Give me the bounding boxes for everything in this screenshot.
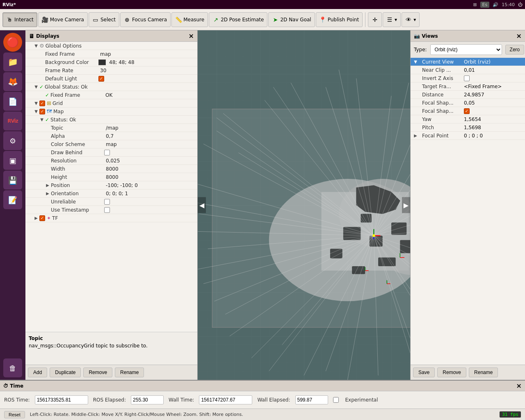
svg-line-24 (374, 118, 410, 236)
taskbar-notes-icon[interactable]: 📝 (3, 190, 22, 209)
grid-checkbox[interactable]: ✓ (39, 100, 45, 106)
grid-row[interactable]: ▼ ✓ ⊞ Grid (25, 99, 197, 107)
taskbar-office-icon[interactable]: 📄 (3, 92, 22, 111)
svg-rect-0 (198, 30, 410, 380)
target-frame-row[interactable]: Target Fra... <Fixed Frame> (411, 82, 525, 91)
yaw-row[interactable]: Yaw 1,5654 (411, 115, 525, 123)
focus-camera-button[interactable]: ⊕ Focus Camera (120, 12, 171, 27)
focal-point-row[interactable]: ▶ Focal Point 0 ; 0 ; 0 (411, 132, 525, 140)
map-label: Map (53, 109, 107, 114)
views-header: 📷 Views × (411, 30, 525, 42)
default-light-row[interactable]: Default Light ✓ (25, 75, 197, 83)
tf-row[interactable]: ▶ ✓ ✦ TF (25, 214, 197, 222)
views-rename-button[interactable]: Rename (469, 368, 498, 377)
publish-point-button[interactable]: 📍 Publish Point (316, 12, 363, 27)
taskbar-files-icon[interactable]: 📁 (3, 52, 22, 71)
views-remove-button[interactable]: Remove (437, 368, 466, 377)
viewport[interactable]: ◀ ▶ (198, 30, 410, 380)
frame-rate-row[interactable]: Frame Rate 30 (25, 66, 197, 75)
width-row[interactable]: Width 8000 (25, 165, 197, 173)
focal-shape-size-row[interactable]: Focal Shap... 0,05 (411, 99, 525, 107)
interact-button[interactable]: 🖱 Interact (2, 12, 37, 27)
svg-line-29 (199, 214, 374, 235)
select-button[interactable]: ▭ Select (89, 12, 119, 27)
grid-label: Grid (52, 100, 106, 106)
svg-line-40 (217, 131, 374, 236)
displays-close-button[interactable]: × (189, 32, 194, 40)
pose-estimate-button[interactable]: ↗ 2D Pose Estimate (209, 12, 267, 27)
taskbar-browser-icon[interactable]: 🦊 (3, 72, 22, 91)
move-camera-button[interactable]: 🎥 Move Camera (38, 12, 88, 27)
fixed-frame-row[interactable]: Fixed Frame map (25, 50, 197, 58)
viewport-right-arrow[interactable]: ▶ (402, 197, 410, 213)
remove-button[interactable]: Remove (83, 368, 112, 377)
unreliable-checkbox[interactable] (104, 199, 110, 205)
map-status-row[interactable]: ▼ ✓ Status: Ok (25, 116, 197, 124)
map-checkbox[interactable]: ✓ (39, 109, 45, 114)
time-panel-title: ⏱ Time (3, 383, 23, 389)
views-current-view-row[interactable]: ▼ Current View Orbit (rviz) (411, 58, 525, 66)
orientation-row[interactable]: ▶ Orientation 0; 0; 0; 1 (25, 189, 197, 198)
experimental-checkbox[interactable] (333, 397, 339, 403)
displays-panel-icon: 🖥 (29, 33, 34, 39)
pitch-row[interactable]: Pitch 1,5698 (411, 123, 525, 132)
view-toggle-button[interactable]: ☰ ▾ (383, 12, 401, 27)
alpha-row[interactable]: Alpha 0,7 (25, 132, 197, 140)
ros-time-input[interactable] (35, 395, 88, 404)
invert-z-checkbox[interactable] (464, 75, 470, 81)
resolution-row[interactable]: Resolution 0,025 (25, 157, 197, 165)
use-timestamp-checkbox[interactable] (104, 207, 110, 213)
topic-row[interactable]: Topic /map (25, 124, 197, 132)
focal-point-value: 0 ; 0 ; 0 (464, 133, 483, 139)
focal-shape-enabled-checkbox[interactable]: ✓ (464, 108, 470, 114)
use-timestamp-row[interactable]: Use Timestamp (25, 206, 197, 214)
background-color-row[interactable]: Background Color 48; 48; 48 (25, 58, 197, 66)
ros-elapsed-input[interactable] (131, 395, 164, 404)
wall-elapsed-input[interactable] (295, 395, 328, 404)
tf-checkbox[interactable]: ✓ (39, 215, 45, 221)
views-panel-icon: 📷 (414, 33, 420, 39)
rename-button[interactable]: Rename (115, 368, 144, 377)
draw-behind-row[interactable]: Draw Behind (25, 148, 197, 157)
nav-goal-button[interactable]: ➤ 2D Nav Goal (268, 12, 315, 27)
map-row[interactable]: ▼ ✓ 🗺 Map (25, 107, 197, 116)
taskbar-terminal-icon[interactable]: ▣ (3, 151, 22, 170)
focal-shape-enabled-row[interactable]: Focal Shap... ✓ (411, 107, 525, 115)
views-save-button[interactable]: Save (413, 368, 435, 377)
distance-row[interactable]: Distance 24,9857 (411, 91, 525, 99)
global-options-row[interactable]: ▼ ⚙ Global Options (25, 42, 197, 50)
invert-z-row[interactable]: Invert Z Axis (411, 74, 525, 82)
yaw-value: 1,5654 (464, 116, 481, 122)
measure-button[interactable]: 📏 Measure (171, 12, 208, 27)
window-controls-layout[interactable]: ⊞ (473, 2, 477, 7)
views-close-button[interactable]: × (516, 32, 522, 40)
crosshair-button[interactable]: ✛ (368, 12, 382, 27)
reset-button[interactable]: Reset (4, 411, 25, 418)
tf-expand: ▶ (34, 216, 39, 220)
taskbar-ubuntu-icon[interactable]: 🔴 (3, 33, 22, 52)
draw-behind-checkbox[interactable] (104, 150, 110, 155)
taskbar-rviz-icon[interactable]: RViz (3, 112, 22, 130)
taskbar-trash-icon[interactable]: 🗑 (3, 358, 22, 377)
ros-time-label: ROS Time: (4, 397, 30, 403)
duplicate-button[interactable]: Duplicate (50, 368, 81, 377)
position-row[interactable]: ▶ Position -100; -100; 0 (25, 181, 197, 189)
views-zero-button[interactable]: Zero (505, 45, 525, 55)
visibility-button[interactable]: 👁 ▾ (402, 12, 420, 27)
color-scheme-row[interactable]: Color Scheme map (25, 140, 197, 148)
taskbar-settings-icon[interactable]: ⚙ (3, 131, 22, 150)
height-row[interactable]: Height 8000 (25, 173, 197, 181)
wall-time-input[interactable] (199, 395, 252, 404)
fixed-frame-status-row[interactable]: ✓ Fixed Frame OK (25, 91, 197, 99)
default-light-checkbox[interactable]: ✓ (98, 76, 104, 82)
clock: 15:40 (502, 2, 515, 7)
add-button[interactable]: Add (28, 368, 47, 377)
time-close-button[interactable]: × (516, 382, 522, 390)
taskbar-install-icon[interactable]: 💾 (3, 171, 22, 189)
unreliable-row[interactable]: Unreliable (25, 198, 197, 206)
views-type-select[interactable]: Orbit (rviz) FPS (rviz) ThirdPersonFollo… (430, 44, 502, 55)
near-clip-row[interactable]: Near Clip ... 0,01 (411, 66, 525, 74)
viewport-left-arrow[interactable]: ◀ (198, 197, 206, 213)
focus-camera-icon: ⊕ (124, 16, 130, 23)
global-status-row[interactable]: ▼ ✓ Global Status: Ok (25, 83, 197, 91)
